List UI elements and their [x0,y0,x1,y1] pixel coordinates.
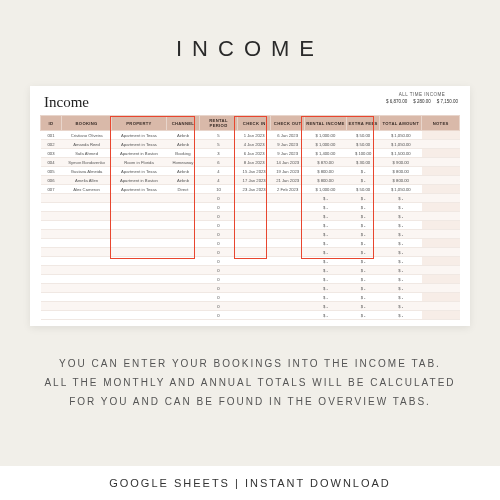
table-row: 005Gustava AlmeidaApartment in TexasAirb… [41,167,460,176]
table-row: 004Symon BondarenkoRoom in FloridaHomeaw… [41,158,460,167]
summary-values: $ 6,870.00 $ 280.00 $ 7,150.00 [386,99,458,104]
table-row: 0$ -$ -$ - [41,239,460,248]
table-row: 0$ -$ -$ - [41,248,460,257]
table-row: 0$ -$ -$ - [41,257,460,266]
table-row: 006Amelia AllenApartment in BostonAirbnb… [41,176,460,185]
column-header: RENTAL PERIOD [200,116,238,131]
table-row: 0$ -$ -$ - [41,194,460,203]
all-time-summary: ALL TIME INCOME $ 6,870.00 $ 280.00 $ 7,… [386,92,458,104]
table-row: 0$ -$ -$ - [41,266,460,275]
column-header: CHANNEL [166,116,200,131]
table-row: 003Safa AhmedApartment in BostonBooking3… [41,149,460,158]
table-row: 0$ -$ -$ - [41,230,460,239]
column-header: RENTAL INCOME [304,116,346,131]
column-header: BOOKING [61,116,111,131]
column-header: EXTRA FEES [346,116,380,131]
table-row: 0$ -$ -$ - [41,302,460,311]
table-row: 0$ -$ -$ - [41,311,460,320]
table-row: 0$ -$ -$ - [41,203,460,212]
column-header: TOTAL AMOUNT [380,116,422,131]
table-row: 0$ -$ -$ - [41,293,460,302]
column-header: CHECK IN [237,116,271,131]
footer-label: GOOGLE SHEETS | INSTANT DOWNLOAD [0,466,500,500]
table-row: 0$ -$ -$ - [41,284,460,293]
table-row: 002Amanda ReedApartment in TexasAirbnb54… [41,140,460,149]
table-row: 0$ -$ -$ - [41,275,460,284]
table-row: 007Alex CameronApartment in TexasDirect1… [41,185,460,194]
column-header: PROPERTY [112,116,166,131]
income-table: IDBOOKINGPROPERTYCHANNELRENTAL PERIODCHE… [40,115,460,320]
column-header: CHECK OUT [271,116,305,131]
table-row: 0$ -$ -$ - [41,221,460,230]
column-header: NOTES [422,116,460,131]
spreadsheet-preview: Income ALL TIME INCOME $ 6,870.00 $ 280.… [30,86,470,326]
description-text: YOU CAN ENTER YOUR BOOKINGS INTO THE INC… [0,326,500,411]
table-row: 0$ -$ -$ - [41,212,460,221]
table-row: 001Cristiano OliveiraApartment in TexasA… [41,131,460,140]
page-title: INCOME [0,0,500,86]
column-header: ID [41,116,62,131]
summary-label: ALL TIME INCOME [386,92,458,97]
